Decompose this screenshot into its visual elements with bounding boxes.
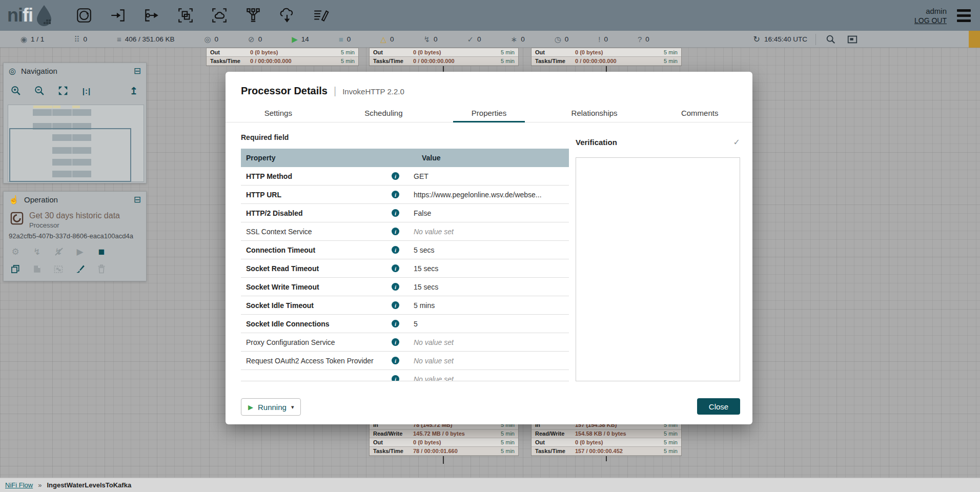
value-column-header: Value (407, 154, 569, 162)
property-value: No value set (402, 228, 569, 236)
info-icon[interactable]: i (392, 301, 399, 309)
stop-icon[interactable]: ■ (96, 246, 107, 257)
label-icon[interactable] (312, 6, 330, 25)
not-transmitting-icon: ⊘ (248, 35, 255, 43)
zoom-actual-icon[interactable]: |:| (80, 85, 93, 97)
nifi-app: Out0 (0 bytes)5 minTasks/Time0 / 00:00:0… (0, 0, 980, 492)
property-name: Connection Timeout (246, 246, 392, 254)
divider (815, 34, 816, 45)
collapse-icon[interactable]: ⊟ (134, 67, 141, 75)
processor-icon[interactable] (75, 6, 93, 25)
verification-header: Verification ✓ (576, 137, 740, 147)
global-menu-icon[interactable] (955, 7, 973, 24)
processor-stats-strip[interactable]: Out0 (0 bytes)5 minTasks/Time0 / 00:00:0… (369, 48, 519, 66)
paste-icon[interactable] (31, 263, 43, 275)
tab[interactable]: Scheduling (331, 104, 437, 122)
sync-failure-icon: ! (598, 35, 600, 43)
info-icon[interactable]: i (392, 283, 399, 291)
property-row: i No value set (241, 370, 569, 381)
refresh-icon[interactable]: ↻ (753, 34, 760, 44)
breadcrumb-root-link[interactable]: NiFi Flow (5, 481, 33, 489)
tab[interactable]: Comments (647, 104, 752, 122)
info-icon[interactable]: i (392, 264, 399, 272)
info-icon[interactable]: i (392, 338, 399, 346)
birdseye-minimap[interactable] (8, 105, 144, 182)
remote-process-group-icon[interactable] (210, 6, 229, 25)
tab[interactable]: Properties (436, 104, 542, 122)
run-state-dropdown[interactable]: ▶ Running ▾ (241, 398, 301, 416)
funnel-icon[interactable] (244, 6, 262, 25)
flow-analysis-toggle[interactable] (969, 31, 980, 48)
info-icon[interactable]: i (392, 191, 399, 198)
questioned-icon: ? (638, 35, 642, 43)
property-row: Request OAuth2 Access Token Provider i N… (241, 352, 569, 370)
property-row: HTTP URL i https://www.pegelonline.wsv.d… (241, 186, 569, 204)
disable-icon[interactable]: ↯ (53, 246, 64, 257)
processor-stats-strip[interactable]: Out0 (0 bytes)5 minTasks/Time0 / 00:00:0… (206, 48, 359, 66)
birdseye-icon[interactable] (846, 33, 859, 46)
search-icon[interactable] (824, 33, 838, 46)
zoom-fit-icon[interactable] (57, 85, 69, 97)
selected-component-type: Processor (29, 221, 120, 229)
zoom-in-icon[interactable] (10, 85, 22, 97)
process-group-icon[interactable] (176, 6, 195, 25)
tab[interactable]: Settings (226, 104, 331, 122)
running-play-icon: ▶ (248, 403, 253, 411)
close-button[interactable]: Close (697, 398, 740, 415)
group-icon[interactable] (53, 263, 64, 275)
stat-row: Tasks/Time0 / 00:00:00.0005 min (207, 57, 358, 66)
go-to-parent-icon[interactable]: ↥ (128, 85, 140, 97)
invalid-icon: △ (380, 35, 386, 43)
info-icon[interactable]: i (392, 320, 399, 327)
operation-panel-title: Operation (24, 195, 134, 204)
tab[interactable]: Relationships (542, 104, 647, 122)
status-item: ⠿ 0 (74, 35, 87, 43)
info-icon[interactable]: i (392, 357, 399, 364)
verify-check-icon[interactable]: ✓ (733, 137, 740, 147)
cluster-icon: ◉ (21, 35, 27, 43)
disabled-icon: ↯ (423, 35, 430, 43)
copy-icon[interactable] (10, 263, 21, 275)
info-icon[interactable]: i (392, 228, 399, 235)
collapse-icon[interactable]: ⊟ (134, 195, 141, 204)
info-icon[interactable]: i (392, 375, 399, 381)
status-item: ⊘ 0 (248, 35, 262, 43)
logout-link[interactable]: LOG OUT (914, 16, 947, 25)
minimap-viewport[interactable] (9, 128, 131, 182)
navigation-panel: ◎ Navigation ⊟ |:| ↥ (3, 63, 147, 183)
up-to-date-icon: ✓ (467, 35, 474, 43)
cloud-import-icon[interactable] (278, 6, 296, 25)
selected-component-name: Get 30 days historic data (29, 211, 120, 220)
processor-stats-table[interactable]: In78 (145.72 MB)5 minRead/Write145.72 MB… (369, 420, 519, 456)
stat-row: Read/Write154.58 KB / 0 bytes5 min (532, 429, 681, 438)
top-header: nifi (0, 0, 980, 31)
droplet-icon (34, 4, 54, 27)
start-icon[interactable]: ▶ (74, 246, 86, 257)
property-name: Proxy Configuration Service (246, 338, 392, 346)
status-bar-right: ↻ 16:45:40 UTC (753, 31, 859, 48)
property-column-header: Property (241, 154, 407, 162)
status-item: ≡ 406 / 351.06 KB (117, 35, 175, 43)
enable-icon[interactable]: ↯ (31, 246, 43, 257)
processor-stats-table[interactable]: In157 (154.38 KB)5 minRead/Write154.58 K… (531, 420, 682, 456)
operation-icon: ☝ (9, 195, 19, 204)
info-icon[interactable]: i (392, 209, 399, 217)
info-icon[interactable]: i (392, 172, 399, 180)
status-item: ✓ 0 (467, 35, 481, 43)
status-item: ∗ 0 (511, 35, 525, 43)
configure-icon[interactable]: ⚙ (10, 246, 21, 257)
color-icon[interactable] (74, 263, 86, 275)
delete-icon[interactable] (96, 263, 107, 275)
output-port-icon[interactable] (142, 6, 161, 25)
stat-row: Out0 (0 bytes)5 min (532, 438, 681, 447)
zoom-out-icon[interactable] (33, 85, 46, 97)
last-refreshed-time: 16:45:40 UTC (764, 35, 807, 43)
input-port-icon[interactable] (109, 6, 127, 25)
processor-stats-strip[interactable]: Out0 (0 bytes)5 minTasks/Time0 / 00:00:0… (531, 48, 682, 66)
threads-icon: ⠿ (74, 35, 79, 43)
dialog-title-row: Processor Details | InvokeHTTP 2.2.0 (241, 85, 404, 97)
property-row: Connection Timeout i 5 secs (241, 241, 569, 259)
status-item: ▶ 14 (292, 35, 309, 43)
run-state-label: Running (258, 403, 287, 412)
info-icon[interactable]: i (392, 246, 399, 254)
